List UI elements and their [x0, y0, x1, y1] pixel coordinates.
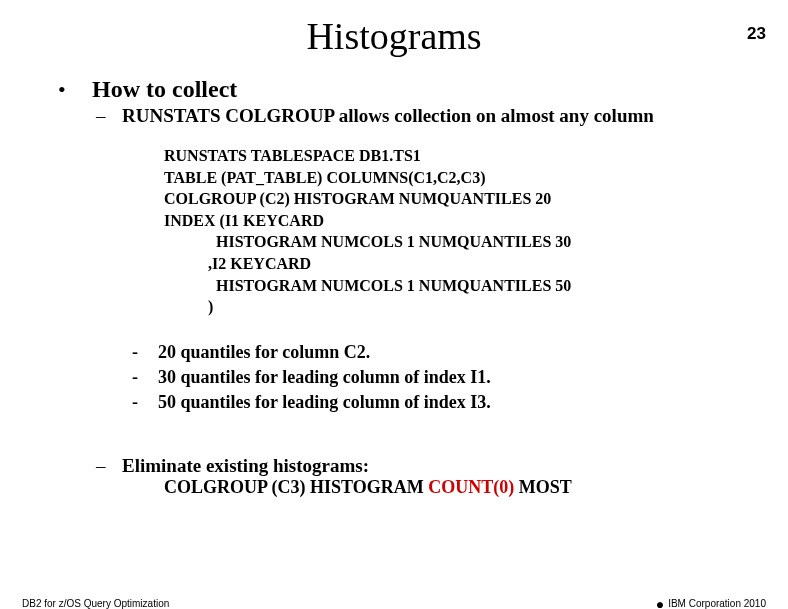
copyright-text: IBM Corporation 2010 — [668, 598, 766, 609]
code-block: RUNSTATS TABLESPACE DB1.TS1 TABLE (PAT_T… — [164, 145, 758, 318]
sub-text: Eliminate existing histograms: — [122, 455, 369, 477]
slide: 23 Histograms • How to collect – RUNSTAT… — [0, 14, 788, 609]
bullet-how-to-collect: • How to collect — [54, 76, 758, 103]
content-area: • How to collect – RUNSTATS COLGROUP all… — [0, 76, 788, 498]
code-line: INDEX (I1 KEYCARD — [164, 212, 324, 229]
bullet-icon: ● — [656, 599, 664, 609]
sub-bullet-eliminate: – Eliminate existing histograms: — [96, 455, 758, 477]
list-item: - 50 quantiles for leading column of ind… — [132, 390, 758, 415]
dash-marker: - — [132, 340, 158, 365]
dash-marker: - — [132, 390, 158, 415]
dash-marker: – — [96, 105, 122, 127]
dash-marker: – — [96, 455, 122, 477]
bullet-text: How to collect — [92, 76, 237, 103]
eliminate-code: COLGROUP (C3) HISTOGRAM COUNT(0) MOST — [164, 477, 758, 498]
footer-left: DB2 for z/OS Query Optimization — [22, 598, 169, 609]
list-text: 20 quantiles for column C2. — [158, 340, 370, 365]
code-line: HISTOGRAM NUMCOLS 1 NUMQUANTILES 50 — [164, 277, 571, 294]
code-red: COUNT(0) — [428, 477, 514, 497]
sub-text: RUNSTATS COLGROUP allows collection on a… — [122, 105, 654, 127]
code-line: COLGROUP (C2) HISTOGRAM NUMQUANTILES 20 — [164, 190, 551, 207]
quantile-list: - 20 quantiles for column C2. - 30 quant… — [132, 340, 758, 416]
code-line: HISTOGRAM NUMCOLS 1 NUMQUANTILES 30 — [164, 233, 571, 250]
sub-bullet-runstats: – RUNSTATS COLGROUP allows collection on… — [96, 105, 758, 127]
list-item: - 20 quantiles for column C2. — [132, 340, 758, 365]
slide-title: Histograms — [0, 14, 788, 58]
list-item: - 30 quantiles for leading column of ind… — [132, 365, 758, 390]
footer-right: ● IBM Corporation 2010 — [656, 598, 766, 609]
code-text: MOST — [514, 477, 572, 497]
page-number: 23 — [747, 24, 766, 44]
code-line: ,I2 KEYCARD — [164, 255, 311, 272]
code-line: RUNSTATS TABLESPACE DB1.TS1 — [164, 147, 421, 164]
code-line: TABLE (PAT_TABLE) COLUMNS(C1,C2,C3) — [164, 169, 486, 186]
list-text: 30 quantiles for leading column of index… — [158, 365, 491, 390]
list-text: 50 quantiles for leading column of index… — [158, 390, 491, 415]
code-text: COLGROUP (C3) HISTOGRAM — [164, 477, 428, 497]
dash-marker: - — [132, 365, 158, 390]
bullet-marker: • — [54, 79, 92, 101]
code-line: ) — [164, 298, 213, 315]
